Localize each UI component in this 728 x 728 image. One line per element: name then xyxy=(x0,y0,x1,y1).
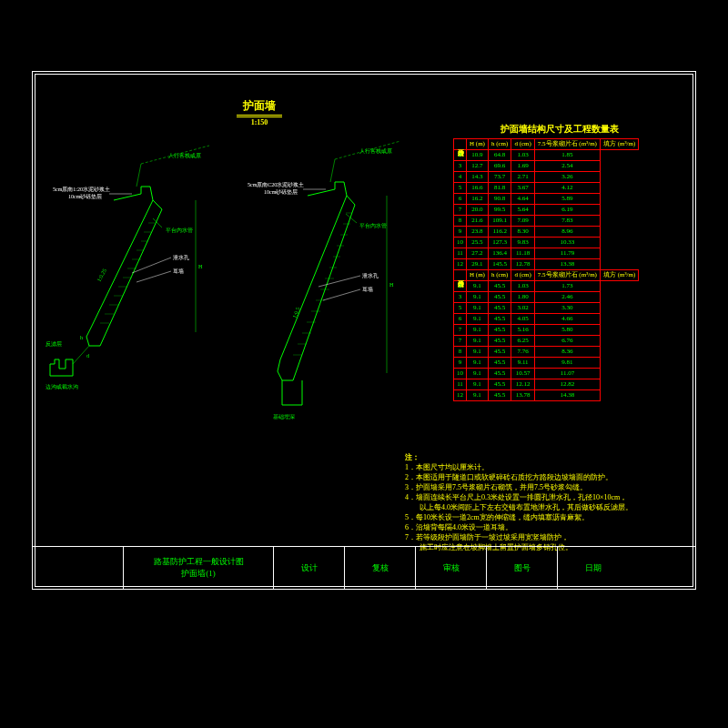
tb-sheet-text: 护面墙(1) xyxy=(181,568,216,580)
section1-label: 软质岩石护面墙 xyxy=(454,139,467,150)
layer-label-2b: 10cm砂砾垫层 xyxy=(264,189,298,195)
table-cell: 45.5 xyxy=(488,292,511,303)
table-cell: 25.5 xyxy=(467,238,489,248)
table-cell: 127.3 xyxy=(488,238,511,248)
table-cell: 12.78 xyxy=(511,259,534,270)
dim-h2: h xyxy=(80,335,83,340)
table-cell: 116.2 xyxy=(488,227,511,238)
layer-label-1: 5cm原南1:20水泥砂浆土 xyxy=(53,187,110,192)
table-cell: 9.1 xyxy=(467,325,489,336)
table-cell: 5.64 xyxy=(511,205,534,216)
table-title: 护面墙结构尺寸及工程数量表 xyxy=(500,123,619,136)
table-cell: 6.76 xyxy=(534,336,600,347)
th: d (cm) xyxy=(511,139,534,150)
table-cell: 4 xyxy=(454,172,467,183)
table-cell: 12.12 xyxy=(511,379,534,390)
table-cell: 45.5 xyxy=(488,314,511,325)
table-cell: 10.9 xyxy=(467,150,489,161)
weep-label: 泄水孔 xyxy=(173,255,189,260)
table-cell: 14.38 xyxy=(534,390,600,401)
title-underline xyxy=(237,115,282,116)
table-cell: 27.2 xyxy=(467,248,489,259)
table-cell: 64.8 xyxy=(488,150,511,161)
table-cell: 6.25 xyxy=(511,336,534,347)
notes-block: 注： 1．本图尺寸均以厘米计。2．本图适用于隧道口或软硬碎砖石质挖方路段边坡墙面… xyxy=(405,452,632,552)
scale-text: 1:150 xyxy=(237,118,282,126)
th: 填方 (m³/m) xyxy=(600,270,638,281)
table-cell: 9.1 xyxy=(467,358,489,369)
table-row: 923.8116.28.308.96 xyxy=(454,227,639,238)
table-cell: 8 xyxy=(454,216,467,227)
title-block: 路基防护工程一般设计图 护面墙(1) 设计 复核 审核 图号 日期 xyxy=(32,546,696,590)
note-line: 1．本图尺寸均以厘米计。 xyxy=(405,462,632,472)
table-cell: 4.64 xyxy=(511,194,534,205)
weep-label-2: 泄水孔 xyxy=(362,273,379,278)
table-cell: 9.11 xyxy=(511,358,534,369)
table-cell: 9.1 xyxy=(467,314,489,325)
table-cell: 81.8 xyxy=(488,183,511,194)
table-cell: 9 xyxy=(454,358,467,369)
table-cell: 14.3 xyxy=(467,172,489,183)
note-line: 6．沿墙背每隔4.0米设一道耳墙。 xyxy=(405,522,632,532)
table-cell: 45.5 xyxy=(488,379,511,390)
table-cell: 1.85 xyxy=(534,150,600,161)
table-cell: 4.12 xyxy=(534,183,600,194)
table-cell: 20.0 xyxy=(467,205,489,216)
table-cell: 9 xyxy=(454,227,467,238)
table-row: 89.145.57.768.36 xyxy=(454,347,639,358)
table-cell: 7.09 xyxy=(511,216,534,227)
ear-label: 耳墙 xyxy=(173,268,184,274)
table-cell: 11.18 xyxy=(511,248,534,259)
table-cell: 69.6 xyxy=(488,161,511,172)
th: H (m) xyxy=(467,270,489,281)
section2-label: 硬质岩石护面墙 xyxy=(454,270,467,281)
table-cell: 10.57 xyxy=(511,369,534,379)
tb-design: 设计 xyxy=(274,547,345,589)
table-cell: 29.1 xyxy=(467,259,489,270)
note-line: 5．每10米长设一道2cm宽的伸缩缝，缝内填塞沥青麻絮。 xyxy=(405,512,632,522)
table-cell: 7.83 xyxy=(534,216,600,227)
table-cell: 1.80 xyxy=(511,292,534,303)
table-cell: 11 xyxy=(454,248,467,259)
table-cell: 2.54 xyxy=(534,161,600,172)
table-cell: 9.1 xyxy=(467,292,489,303)
tb-logo xyxy=(33,547,124,589)
table-row: 129.145.513.7814.38 xyxy=(454,390,639,401)
table-row: 39.145.51.802.46 xyxy=(454,292,639,303)
table-cell: 10.33 xyxy=(534,238,600,248)
table-row: 1025.5127.39.8310.33 xyxy=(454,238,639,248)
table-row: 109.145.510.5711.07 xyxy=(454,369,639,379)
th: 7.5号浆砌片石 (m³/m) xyxy=(534,139,600,150)
table-cell: 2 xyxy=(454,281,467,292)
figure-right: 人行客栈或原 5cm原南C20水泥砂浆土 10cm砂砾垫层 平台内水管 泄水孔 … xyxy=(246,136,428,446)
note-line: 7．若等级段护面墙防于一坡过坡采用宽竖墙防护， xyxy=(405,532,632,542)
table-cell: 12 xyxy=(454,390,467,401)
table-row: 616.290.84.645.89 xyxy=(454,194,639,205)
drawing-title: 护面墙 1:150 xyxy=(237,98,282,126)
table-cell: 5.16 xyxy=(511,325,534,336)
table-header-row: 软质岩石护面墙 H (m) h (cm) d (cm) 7.5号浆砌片石 (m³… xyxy=(454,139,639,150)
table-row: 312.769.61.692.54 xyxy=(454,161,639,172)
table-cell: 9.1 xyxy=(467,390,489,401)
table-cell: 5.80 xyxy=(534,325,600,336)
table-cell: 12.82 xyxy=(534,379,600,390)
dim-h-2: H xyxy=(389,282,394,288)
table-row: 1127.2136.411.1811.79 xyxy=(454,248,639,259)
table-header-row-2: 硬质岩石护面墙 H (m) h (cm) d (cm) 7.5号浆砌片石 (m³… xyxy=(454,270,639,281)
table-cell: 8.30 xyxy=(511,227,534,238)
slope-top-label-2: 人行客栈或原 xyxy=(359,147,392,154)
note-line: 4．墙面连续长平台尺上0.3米处设置一排圆孔泄水孔，孔径10×10cm， xyxy=(405,492,632,502)
table-cell: 8.36 xyxy=(534,347,600,358)
table-cell: 45.5 xyxy=(488,347,511,358)
th: h (cm) xyxy=(488,139,511,150)
table-cell: 11.79 xyxy=(534,248,600,259)
table-cell: 145.5 xyxy=(488,259,511,270)
tb-date: 日期 xyxy=(558,547,629,589)
table-cell: 90.8 xyxy=(488,194,511,205)
table-row: 119.145.512.1212.82 xyxy=(454,379,639,390)
table-row: 79.145.55.165.80 xyxy=(454,325,639,336)
table-row: 720.099.55.646.19 xyxy=(454,205,639,216)
table-cell: 23.8 xyxy=(467,227,489,238)
table-cell: 10 xyxy=(454,238,467,248)
table-cell: 9.83 xyxy=(511,238,534,248)
